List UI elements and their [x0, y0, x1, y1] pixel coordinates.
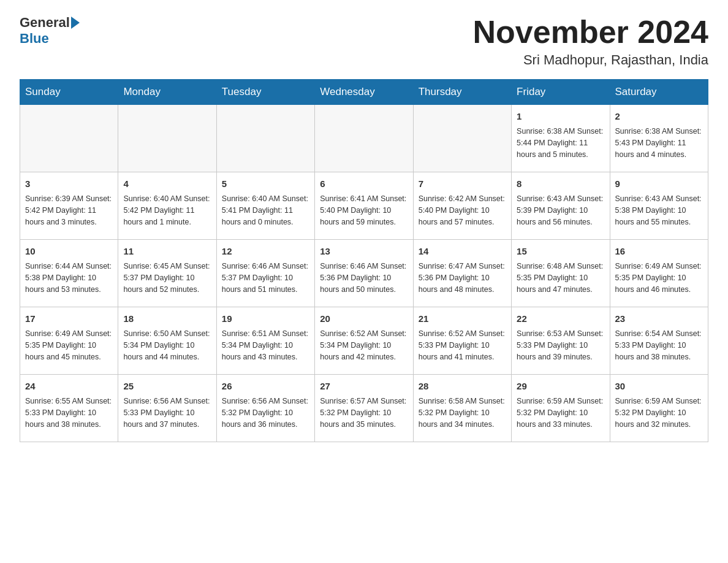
- day-info: Sunrise: 6:40 AM Sunset: 5:41 PM Dayligh…: [222, 193, 309, 229]
- calendar-cell: 15Sunrise: 6:48 AM Sunset: 5:35 PM Dayli…: [512, 240, 610, 307]
- logo-top: General: [20, 15, 80, 31]
- calendar-cell: 12Sunrise: 6:46 AM Sunset: 5:37 PM Dayli…: [216, 240, 314, 307]
- day-number: 24: [25, 380, 113, 394]
- day-number: 27: [320, 380, 408, 394]
- col-header-saturday: Saturday: [610, 80, 708, 105]
- day-number: 13: [320, 245, 408, 259]
- day-info: Sunrise: 6:59 AM Sunset: 5:32 PM Dayligh…: [517, 396, 604, 431]
- day-number: 16: [615, 245, 703, 259]
- calendar-cell: 19Sunrise: 6:51 AM Sunset: 5:34 PM Dayli…: [216, 307, 314, 375]
- day-number: 15: [517, 245, 604, 259]
- calendar-cell: 25Sunrise: 6:56 AM Sunset: 5:33 PM Dayli…: [118, 375, 216, 442]
- month-title: November 2024: [473, 15, 708, 50]
- logo-blue: Blue: [20, 31, 49, 47]
- day-number: 7: [419, 177, 506, 191]
- col-header-monday: Monday: [118, 80, 216, 105]
- calendar-header-row: SundayMondayTuesdayWednesdayThursdayFrid…: [20, 80, 708, 105]
- calendar-cell: 14Sunrise: 6:47 AM Sunset: 5:36 PM Dayli…: [413, 240, 511, 307]
- day-number: 2: [615, 110, 703, 124]
- day-info: Sunrise: 6:43 AM Sunset: 5:38 PM Dayligh…: [615, 193, 703, 229]
- day-number: 30: [615, 380, 703, 394]
- day-info: Sunrise: 6:38 AM Sunset: 5:44 PM Dayligh…: [517, 126, 604, 161]
- col-header-thursday: Thursday: [413, 80, 511, 105]
- calendar-cell: 24Sunrise: 6:55 AM Sunset: 5:33 PM Dayli…: [20, 375, 118, 442]
- day-info: Sunrise: 6:41 AM Sunset: 5:40 PM Dayligh…: [320, 193, 408, 229]
- logo-general: General: [20, 15, 70, 31]
- calendar-week-row: 17Sunrise: 6:49 AM Sunset: 5:35 PM Dayli…: [20, 307, 708, 375]
- calendar-cell: 27Sunrise: 6:57 AM Sunset: 5:32 PM Dayli…: [315, 375, 413, 442]
- calendar-cell: 22Sunrise: 6:53 AM Sunset: 5:33 PM Dayli…: [512, 307, 610, 375]
- day-info: Sunrise: 6:40 AM Sunset: 5:42 PM Dayligh…: [123, 193, 211, 229]
- calendar-week-row: 1Sunrise: 6:38 AM Sunset: 5:44 PM Daylig…: [20, 105, 708, 172]
- calendar-cell: 17Sunrise: 6:49 AM Sunset: 5:35 PM Dayli…: [20, 307, 118, 375]
- calendar-cell: [413, 105, 511, 172]
- calendar-cell: [118, 105, 216, 172]
- calendar-cell: 2Sunrise: 6:38 AM Sunset: 5:43 PM Daylig…: [610, 105, 708, 172]
- day-info: Sunrise: 6:43 AM Sunset: 5:39 PM Dayligh…: [517, 193, 604, 229]
- day-number: 6: [320, 177, 408, 191]
- location-title: Sri Madhopur, Rajasthan, India: [473, 52, 708, 68]
- day-number: 21: [419, 312, 506, 326]
- calendar-cell: 23Sunrise: 6:54 AM Sunset: 5:33 PM Dayli…: [610, 307, 708, 375]
- day-info: Sunrise: 6:56 AM Sunset: 5:32 PM Dayligh…: [222, 396, 309, 431]
- day-info: Sunrise: 6:59 AM Sunset: 5:32 PM Dayligh…: [615, 396, 703, 431]
- day-info: Sunrise: 6:49 AM Sunset: 5:35 PM Dayligh…: [25, 328, 113, 364]
- day-number: 22: [517, 312, 604, 326]
- day-info: Sunrise: 6:52 AM Sunset: 5:34 PM Dayligh…: [320, 328, 408, 364]
- calendar-cell: 11Sunrise: 6:45 AM Sunset: 5:37 PM Dayli…: [118, 240, 216, 307]
- day-info: Sunrise: 6:54 AM Sunset: 5:33 PM Dayligh…: [615, 328, 703, 364]
- day-number: 20: [320, 312, 408, 326]
- calendar-cell: 30Sunrise: 6:59 AM Sunset: 5:32 PM Dayli…: [610, 375, 708, 442]
- day-number: 14: [419, 245, 506, 259]
- day-info: Sunrise: 6:38 AM Sunset: 5:43 PM Dayligh…: [615, 126, 703, 161]
- day-info: Sunrise: 6:49 AM Sunset: 5:35 PM Dayligh…: [615, 261, 703, 296]
- col-header-wednesday: Wednesday: [315, 80, 413, 105]
- day-number: 1: [517, 110, 604, 124]
- day-info: Sunrise: 6:42 AM Sunset: 5:40 PM Dayligh…: [419, 193, 506, 229]
- day-info: Sunrise: 6:44 AM Sunset: 5:38 PM Dayligh…: [25, 261, 113, 296]
- day-number: 28: [419, 380, 506, 394]
- day-number: 17: [25, 312, 113, 326]
- calendar-cell: 3Sunrise: 6:39 AM Sunset: 5:42 PM Daylig…: [20, 172, 118, 240]
- day-number: 9: [615, 177, 703, 191]
- day-info: Sunrise: 6:57 AM Sunset: 5:32 PM Dayligh…: [320, 396, 408, 431]
- calendar-week-row: 24Sunrise: 6:55 AM Sunset: 5:33 PM Dayli…: [20, 375, 708, 442]
- calendar-week-row: 3Sunrise: 6:39 AM Sunset: 5:42 PM Daylig…: [20, 172, 708, 240]
- calendar-cell: 10Sunrise: 6:44 AM Sunset: 5:38 PM Dayli…: [20, 240, 118, 307]
- page-header: General Blue November 2024 Sri Madhopur,…: [20, 15, 708, 68]
- calendar-cell: 28Sunrise: 6:58 AM Sunset: 5:32 PM Dayli…: [413, 375, 511, 442]
- calendar-cell: 7Sunrise: 6:42 AM Sunset: 5:40 PM Daylig…: [413, 172, 511, 240]
- day-info: Sunrise: 6:48 AM Sunset: 5:35 PM Dayligh…: [517, 261, 604, 296]
- day-info: Sunrise: 6:47 AM Sunset: 5:36 PM Dayligh…: [419, 261, 506, 296]
- title-block: November 2024 Sri Madhopur, Rajasthan, I…: [473, 15, 708, 68]
- day-number: 12: [222, 245, 309, 259]
- calendar-table: SundayMondayTuesdayWednesdayThursdayFrid…: [20, 79, 708, 442]
- calendar-cell: 5Sunrise: 6:40 AM Sunset: 5:41 PM Daylig…: [216, 172, 314, 240]
- day-info: Sunrise: 6:56 AM Sunset: 5:33 PM Dayligh…: [123, 396, 211, 431]
- day-number: 4: [123, 177, 211, 191]
- calendar-cell: 26Sunrise: 6:56 AM Sunset: 5:32 PM Dayli…: [216, 375, 314, 442]
- calendar-cell: 20Sunrise: 6:52 AM Sunset: 5:34 PM Dayli…: [315, 307, 413, 375]
- calendar-cell: 4Sunrise: 6:40 AM Sunset: 5:42 PM Daylig…: [118, 172, 216, 240]
- logo-arrow-icon: [71, 17, 80, 29]
- calendar-cell: 1Sunrise: 6:38 AM Sunset: 5:44 PM Daylig…: [512, 105, 610, 172]
- day-number: 5: [222, 177, 309, 191]
- day-number: 29: [517, 380, 604, 394]
- calendar-cell: 18Sunrise: 6:50 AM Sunset: 5:34 PM Dayli…: [118, 307, 216, 375]
- col-header-friday: Friday: [512, 80, 610, 105]
- logo: General Blue: [20, 15, 80, 47]
- day-number: 11: [123, 245, 211, 259]
- day-info: Sunrise: 6:39 AM Sunset: 5:42 PM Dayligh…: [25, 193, 113, 229]
- day-number: 8: [517, 177, 604, 191]
- calendar-week-row: 10Sunrise: 6:44 AM Sunset: 5:38 PM Dayli…: [20, 240, 708, 307]
- day-info: Sunrise: 6:51 AM Sunset: 5:34 PM Dayligh…: [222, 328, 309, 364]
- day-number: 3: [25, 177, 113, 191]
- calendar-cell: 29Sunrise: 6:59 AM Sunset: 5:32 PM Dayli…: [512, 375, 610, 442]
- calendar-cell: [20, 105, 118, 172]
- day-number: 19: [222, 312, 309, 326]
- calendar-cell: 8Sunrise: 6:43 AM Sunset: 5:39 PM Daylig…: [512, 172, 610, 240]
- day-info: Sunrise: 6:52 AM Sunset: 5:33 PM Dayligh…: [419, 328, 506, 364]
- calendar-cell: 21Sunrise: 6:52 AM Sunset: 5:33 PM Dayli…: [413, 307, 511, 375]
- day-number: 25: [123, 380, 211, 394]
- day-info: Sunrise: 6:50 AM Sunset: 5:34 PM Dayligh…: [123, 328, 211, 364]
